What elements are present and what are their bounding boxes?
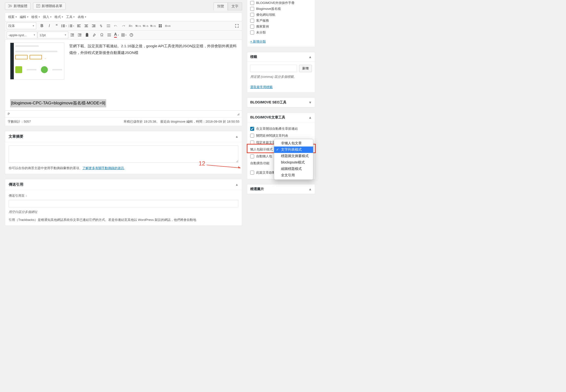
auto-chapter-checkbox[interactable]: 在文章開頭自動產生章節連結	[250, 125, 312, 132]
menu-table[interactable]: 表格▼	[77, 13, 88, 21]
menu-file[interactable]: 檔案▼	[7, 13, 18, 21]
article-tools-toggle[interactable]: BLOGIMOVE文章工具▲	[247, 113, 315, 122]
add-tag-button[interactable]: 新增	[299, 65, 312, 72]
caret-icon: ▼	[15, 16, 17, 18]
link-button[interactable]	[98, 22, 105, 29]
add-contact-form-button[interactable]: 新增聯絡表單	[33, 2, 66, 10]
caret-icon: ▼	[32, 25, 35, 27]
category-item[interactable]: 搬家案例	[250, 24, 312, 30]
fullscreen-button[interactable]	[233, 22, 240, 29]
svg-text:?: ?	[131, 34, 132, 36]
lazy2-button[interactable]: 懶人包	[142, 23, 148, 29]
blockquote-button[interactable]: “	[53, 22, 60, 29]
dropdown-option-selected[interactable]: 文字列表模式	[274, 147, 313, 153]
clear-format-button[interactable]	[91, 32, 98, 38]
svg-point-8	[61, 27, 62, 27]
dropdown-option[interactable]: 標題圖文摘要模式	[274, 153, 313, 159]
article-tools-box: BLOGIMOVE文章工具▲ 在文章開頭自動產生章節連結 關閉延伸閱讀文章列表 …	[247, 113, 315, 179]
editor-content[interactable]: → 官網下載、設定頁面下載連結。2.1.16版之後，google API工具使用…	[5, 40, 242, 110]
toolbar-row-1: 段落▼ B I “ ▼ 123▼ 廣告 懶人包 懶人包 懶人包 簽名檔	[5, 21, 242, 31]
ol-button[interactable]: 123▼	[68, 22, 75, 29]
align-center-button[interactable]	[83, 22, 90, 29]
dropdown-option[interactable]: blockqoute模式	[274, 159, 313, 166]
text-color-button[interactable]: A▼	[113, 32, 120, 38]
resize-handle[interactable]: ◢	[237, 112, 239, 116]
excerpt-help-link[interactable]: 了解更多有關手動摘錄的資訊	[82, 166, 124, 170]
dropdown-option[interactable]: 非懶人包文章	[274, 140, 313, 147]
menu-view[interactable]: 檢視▼	[30, 13, 41, 21]
indent-button[interactable]	[76, 32, 83, 38]
trackback-toggle[interactable]: 傳送引用 ▲	[5, 179, 242, 190]
italic-button[interactable]: I	[46, 22, 53, 29]
outdent-button[interactable]	[69, 32, 76, 38]
svg-point-6	[61, 25, 62, 25]
fontsize-select[interactable]: 12pt▼	[38, 32, 68, 38]
element-path[interactable]: P	[8, 112, 10, 116]
caret-icon: ▼	[50, 16, 52, 18]
lazy1-button[interactable]: 懶人包	[135, 23, 141, 29]
seo-toggle[interactable]: BLOGIMOVE SEO工具▼	[247, 98, 315, 107]
lazy-mode-dropdown[interactable]: 非懶人包文章 文字列表模式 標題圖文摘要模式 blockqoute模式 縮圖標題…	[274, 139, 313, 180]
align-right-button[interactable]	[90, 22, 97, 29]
close-related-checkbox[interactable]: 關閉延伸閱讀文章列表	[250, 132, 312, 139]
category-item[interactable]: 未分類	[250, 30, 312, 35]
svg-text:3: 3	[69, 26, 69, 28]
sign-button[interactable]: 簽名檔	[165, 23, 171, 29]
featured-image-box: 精選圖片▲	[247, 184, 315, 194]
svg-rect-0	[8, 5, 10, 7]
excerpt-toggle[interactable]: 文章摘要 ▲	[5, 131, 242, 142]
font-select[interactable]: -apple-syst...▼	[7, 32, 37, 38]
add-media-button[interactable]: 新增媒體	[5, 2, 31, 10]
category-item[interactable]: 客戶服務	[250, 18, 312, 24]
menu-tools[interactable]: 工具▼	[65, 13, 76, 21]
editor-image[interactable]: →	[10, 43, 64, 80]
popular-tags-link[interactable]: 選取最常用標籤	[250, 85, 273, 89]
tags-box: 標籤▲ 新增 用逗號 (comma) 區分多個標籤。 選取最常用標籤	[247, 52, 315, 93]
featured-image-toggle[interactable]: 精選圖片▲	[247, 184, 315, 194]
svg-rect-33	[160, 26, 162, 27]
category-item[interactable]: 優化網站領航	[250, 12, 312, 18]
dropdown-option[interactable]: 全文引用	[274, 172, 313, 179]
bold-button[interactable]: B	[38, 22, 45, 29]
dropdown-option[interactable]: 縮圖標題模式	[274, 166, 313, 172]
toggle-icon: ▼	[308, 100, 312, 104]
svg-rect-30	[159, 24, 160, 26]
format-select[interactable]: 段落▼	[7, 22, 36, 29]
seo-box: BLOGIMOVE SEO工具▼	[247, 98, 315, 108]
menu-edit[interactable]: 編輯▼	[19, 13, 30, 21]
tags-toggle[interactable]: 標籤▲	[247, 52, 315, 62]
undo-button[interactable]	[112, 22, 119, 29]
ul-button[interactable]: ▼	[61, 22, 68, 29]
svg-rect-47	[122, 33, 124, 36]
grid-button[interactable]	[157, 22, 164, 29]
hr-button[interactable]	[106, 32, 113, 38]
help-button[interactable]: ?	[128, 32, 135, 38]
caret-icon: ▼	[38, 16, 40, 18]
more-button[interactable]	[105, 22, 112, 29]
menu-insert[interactable]: 插入▼	[42, 13, 53, 21]
caret-icon: ▼	[33, 34, 35, 36]
caret-icon: ▼	[73, 16, 75, 18]
excerpt-box: 文章摘要 ▲ 你可以在你的佈景主題中使用手動摘錄彙整的選項。了解更多有關手動摘錄…	[5, 131, 242, 174]
menu-format[interactable]: 格式▼	[53, 13, 65, 21]
trackback-box: 傳送引用 ▲ 傳送引用至： 用空白區分多個網址 引用（Trackbacks）是種…	[5, 179, 242, 226]
ad-button[interactable]: 廣告	[128, 23, 134, 29]
add-category-link[interactable]: + 新增分類	[247, 36, 315, 47]
table-button[interactable]: ▼	[121, 32, 127, 38]
paste-button[interactable]	[84, 32, 90, 38]
tag-input[interactable]	[250, 65, 297, 72]
tab-text[interactable]: 文字	[228, 2, 242, 10]
svg-rect-42	[86, 33, 88, 37]
align-left-button[interactable]	[75, 22, 82, 29]
shortcode-text: [blogimove-CPC-TAG=blogimove簽名檔-MODE=9]	[10, 99, 106, 107]
category-item[interactable]: BLOGIMOVE外掛操作手冊	[250, 0, 312, 6]
redo-button[interactable]	[120, 22, 127, 29]
svg-rect-43	[86, 33, 88, 34]
tab-visual[interactable]: 預覽	[213, 2, 228, 10]
svg-rect-32	[159, 26, 160, 27]
trackback-input[interactable]	[9, 200, 238, 207]
excerpt-textarea[interactable]	[9, 146, 238, 163]
category-item[interactable]: Blogimove簽名檔	[250, 6, 312, 12]
lazy3-button[interactable]: 懶人包	[150, 23, 156, 29]
special-char-button[interactable]: Ω	[98, 32, 105, 38]
